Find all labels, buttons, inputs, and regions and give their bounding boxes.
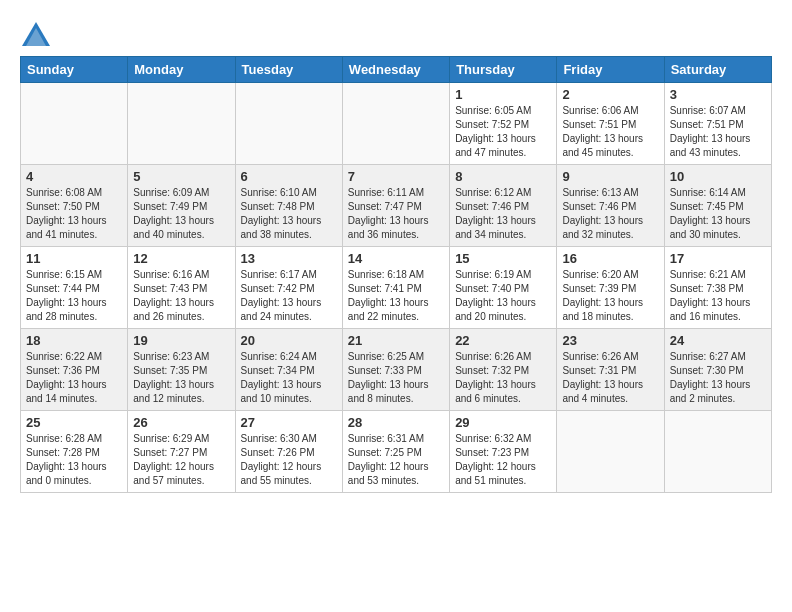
day-info: Sunrise: 6:26 AM Sunset: 7:31 PM Dayligh…	[562, 350, 658, 406]
day-number: 27	[241, 415, 337, 430]
day-number: 29	[455, 415, 551, 430]
day-info: Sunrise: 6:12 AM Sunset: 7:46 PM Dayligh…	[455, 186, 551, 242]
calendar-cell: 11Sunrise: 6:15 AM Sunset: 7:44 PM Dayli…	[21, 247, 128, 329]
day-number: 5	[133, 169, 229, 184]
calendar-cell: 7Sunrise: 6:11 AM Sunset: 7:47 PM Daylig…	[342, 165, 449, 247]
calendar-cell	[21, 83, 128, 165]
calendar-header-thursday: Thursday	[450, 57, 557, 83]
calendar-week-2: 4Sunrise: 6:08 AM Sunset: 7:50 PM Daylig…	[21, 165, 772, 247]
day-info: Sunrise: 6:14 AM Sunset: 7:45 PM Dayligh…	[670, 186, 766, 242]
day-number: 4	[26, 169, 122, 184]
day-info: Sunrise: 6:25 AM Sunset: 7:33 PM Dayligh…	[348, 350, 444, 406]
day-info: Sunrise: 6:20 AM Sunset: 7:39 PM Dayligh…	[562, 268, 658, 324]
day-number: 22	[455, 333, 551, 348]
day-number: 18	[26, 333, 122, 348]
calendar-cell	[342, 83, 449, 165]
calendar-cell: 24Sunrise: 6:27 AM Sunset: 7:30 PM Dayli…	[664, 329, 771, 411]
calendar-week-3: 11Sunrise: 6:15 AM Sunset: 7:44 PM Dayli…	[21, 247, 772, 329]
day-info: Sunrise: 6:24 AM Sunset: 7:34 PM Dayligh…	[241, 350, 337, 406]
day-number: 19	[133, 333, 229, 348]
calendar-header-monday: Monday	[128, 57, 235, 83]
day-info: Sunrise: 6:17 AM Sunset: 7:42 PM Dayligh…	[241, 268, 337, 324]
calendar-header-sunday: Sunday	[21, 57, 128, 83]
calendar-cell: 5Sunrise: 6:09 AM Sunset: 7:49 PM Daylig…	[128, 165, 235, 247]
calendar-cell: 14Sunrise: 6:18 AM Sunset: 7:41 PM Dayli…	[342, 247, 449, 329]
day-info: Sunrise: 6:16 AM Sunset: 7:43 PM Dayligh…	[133, 268, 229, 324]
day-number: 14	[348, 251, 444, 266]
logo-icon	[20, 18, 52, 50]
calendar-cell: 29Sunrise: 6:32 AM Sunset: 7:23 PM Dayli…	[450, 411, 557, 493]
calendar-cell: 2Sunrise: 6:06 AM Sunset: 7:51 PM Daylig…	[557, 83, 664, 165]
calendar-cell: 25Sunrise: 6:28 AM Sunset: 7:28 PM Dayli…	[21, 411, 128, 493]
calendar-cell: 23Sunrise: 6:26 AM Sunset: 7:31 PM Dayli…	[557, 329, 664, 411]
calendar: SundayMondayTuesdayWednesdayThursdayFrid…	[20, 56, 772, 493]
day-number: 21	[348, 333, 444, 348]
day-info: Sunrise: 6:06 AM Sunset: 7:51 PM Dayligh…	[562, 104, 658, 160]
day-info: Sunrise: 6:13 AM Sunset: 7:46 PM Dayligh…	[562, 186, 658, 242]
calendar-cell: 18Sunrise: 6:22 AM Sunset: 7:36 PM Dayli…	[21, 329, 128, 411]
calendar-cell: 16Sunrise: 6:20 AM Sunset: 7:39 PM Dayli…	[557, 247, 664, 329]
calendar-week-4: 18Sunrise: 6:22 AM Sunset: 7:36 PM Dayli…	[21, 329, 772, 411]
calendar-cell: 22Sunrise: 6:26 AM Sunset: 7:32 PM Dayli…	[450, 329, 557, 411]
day-number: 26	[133, 415, 229, 430]
day-number: 1	[455, 87, 551, 102]
day-number: 8	[455, 169, 551, 184]
calendar-header-saturday: Saturday	[664, 57, 771, 83]
calendar-cell	[128, 83, 235, 165]
day-info: Sunrise: 6:08 AM Sunset: 7:50 PM Dayligh…	[26, 186, 122, 242]
calendar-cell: 21Sunrise: 6:25 AM Sunset: 7:33 PM Dayli…	[342, 329, 449, 411]
day-number: 28	[348, 415, 444, 430]
calendar-header-wednesday: Wednesday	[342, 57, 449, 83]
calendar-cell: 9Sunrise: 6:13 AM Sunset: 7:46 PM Daylig…	[557, 165, 664, 247]
day-number: 10	[670, 169, 766, 184]
header	[20, 10, 772, 50]
calendar-header-friday: Friday	[557, 57, 664, 83]
day-info: Sunrise: 6:26 AM Sunset: 7:32 PM Dayligh…	[455, 350, 551, 406]
day-number: 16	[562, 251, 658, 266]
calendar-cell: 13Sunrise: 6:17 AM Sunset: 7:42 PM Dayli…	[235, 247, 342, 329]
day-info: Sunrise: 6:30 AM Sunset: 7:26 PM Dayligh…	[241, 432, 337, 488]
day-number: 13	[241, 251, 337, 266]
calendar-cell: 17Sunrise: 6:21 AM Sunset: 7:38 PM Dayli…	[664, 247, 771, 329]
calendar-cell: 15Sunrise: 6:19 AM Sunset: 7:40 PM Dayli…	[450, 247, 557, 329]
day-info: Sunrise: 6:07 AM Sunset: 7:51 PM Dayligh…	[670, 104, 766, 160]
calendar-header-tuesday: Tuesday	[235, 57, 342, 83]
day-number: 9	[562, 169, 658, 184]
calendar-cell: 26Sunrise: 6:29 AM Sunset: 7:27 PM Dayli…	[128, 411, 235, 493]
calendar-cell: 4Sunrise: 6:08 AM Sunset: 7:50 PM Daylig…	[21, 165, 128, 247]
day-number: 12	[133, 251, 229, 266]
day-number: 15	[455, 251, 551, 266]
day-number: 7	[348, 169, 444, 184]
day-number: 2	[562, 87, 658, 102]
day-info: Sunrise: 6:21 AM Sunset: 7:38 PM Dayligh…	[670, 268, 766, 324]
day-info: Sunrise: 6:19 AM Sunset: 7:40 PM Dayligh…	[455, 268, 551, 324]
calendar-cell: 28Sunrise: 6:31 AM Sunset: 7:25 PM Dayli…	[342, 411, 449, 493]
calendar-header-row: SundayMondayTuesdayWednesdayThursdayFrid…	[21, 57, 772, 83]
day-info: Sunrise: 6:09 AM Sunset: 7:49 PM Dayligh…	[133, 186, 229, 242]
day-info: Sunrise: 6:32 AM Sunset: 7:23 PM Dayligh…	[455, 432, 551, 488]
day-number: 11	[26, 251, 122, 266]
calendar-cell: 19Sunrise: 6:23 AM Sunset: 7:35 PM Dayli…	[128, 329, 235, 411]
calendar-cell: 1Sunrise: 6:05 AM Sunset: 7:52 PM Daylig…	[450, 83, 557, 165]
day-info: Sunrise: 6:23 AM Sunset: 7:35 PM Dayligh…	[133, 350, 229, 406]
calendar-cell: 10Sunrise: 6:14 AM Sunset: 7:45 PM Dayli…	[664, 165, 771, 247]
calendar-cell	[557, 411, 664, 493]
day-info: Sunrise: 6:15 AM Sunset: 7:44 PM Dayligh…	[26, 268, 122, 324]
day-info: Sunrise: 6:18 AM Sunset: 7:41 PM Dayligh…	[348, 268, 444, 324]
calendar-cell	[664, 411, 771, 493]
calendar-cell: 27Sunrise: 6:30 AM Sunset: 7:26 PM Dayli…	[235, 411, 342, 493]
day-info: Sunrise: 6:27 AM Sunset: 7:30 PM Dayligh…	[670, 350, 766, 406]
calendar-cell: 3Sunrise: 6:07 AM Sunset: 7:51 PM Daylig…	[664, 83, 771, 165]
calendar-week-1: 1Sunrise: 6:05 AM Sunset: 7:52 PM Daylig…	[21, 83, 772, 165]
day-info: Sunrise: 6:10 AM Sunset: 7:48 PM Dayligh…	[241, 186, 337, 242]
day-info: Sunrise: 6:22 AM Sunset: 7:36 PM Dayligh…	[26, 350, 122, 406]
day-number: 3	[670, 87, 766, 102]
calendar-cell: 12Sunrise: 6:16 AM Sunset: 7:43 PM Dayli…	[128, 247, 235, 329]
day-info: Sunrise: 6:31 AM Sunset: 7:25 PM Dayligh…	[348, 432, 444, 488]
day-info: Sunrise: 6:11 AM Sunset: 7:47 PM Dayligh…	[348, 186, 444, 242]
calendar-cell	[235, 83, 342, 165]
logo	[20, 18, 54, 50]
calendar-cell: 20Sunrise: 6:24 AM Sunset: 7:34 PM Dayli…	[235, 329, 342, 411]
day-number: 6	[241, 169, 337, 184]
day-info: Sunrise: 6:05 AM Sunset: 7:52 PM Dayligh…	[455, 104, 551, 160]
